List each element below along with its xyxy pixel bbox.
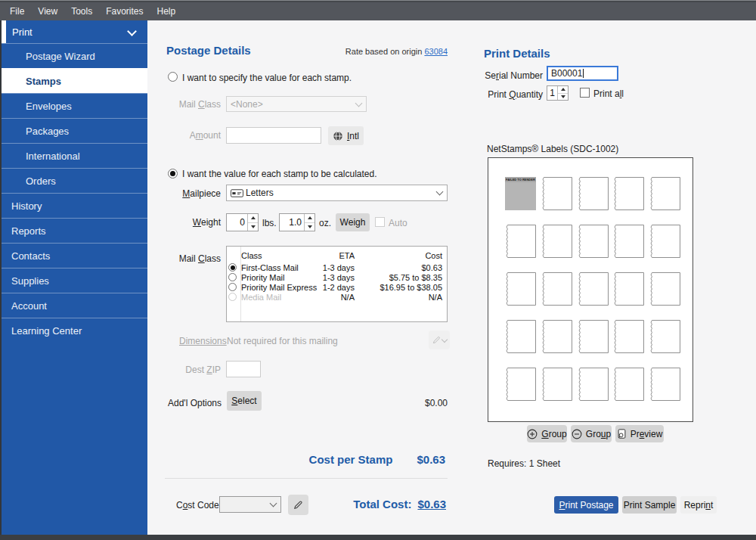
print-quantity-value[interactable]: 1 — [547, 86, 557, 100]
weight-lbs-spinner[interactable]: 0 — [226, 213, 259, 231]
intl-button[interactable]: Intl — [328, 126, 364, 145]
group-add-button[interactable]: Group — [527, 425, 567, 442]
rate-origin-link[interactable]: 63084 — [424, 47, 448, 56]
total-cost-value[interactable]: $0.63 — [417, 498, 446, 511]
specify-value-radio[interactable] — [168, 72, 178, 82]
weigh-button[interactable]: Weigh — [336, 213, 370, 231]
chevron-down-icon — [355, 99, 363, 107]
calculated-value-label[interactable]: I want the value for each stamp to be ca… — [182, 169, 376, 179]
stamp-cell[interactable] — [578, 177, 609, 210]
main-content: Postage Details Rate based on origin 630… — [147, 20, 756, 535]
mail-class-row: Media MailN/AN/A — [227, 292, 447, 302]
dest-zip-input — [226, 361, 261, 377]
chevron-down-icon — [436, 188, 444, 196]
sidebar-item-stamps[interactable]: Stamps — [2, 68, 147, 93]
cost-code-select[interactable] — [219, 496, 281, 513]
sidebar-item-learning-center[interactable]: Learning Center — [2, 318, 147, 343]
lbs-label: lbs. — [262, 218, 277, 228]
stamp-cell[interactable] — [578, 320, 609, 353]
stamp-cell[interactable] — [505, 320, 536, 353]
spinner-down-button[interactable] — [248, 223, 258, 231]
stamp-placeholder[interactable]: FAILED TO RENDER — [505, 177, 536, 210]
stamp-cell[interactable] — [578, 272, 609, 306]
stamp-cell[interactable] — [505, 225, 536, 258]
cost-code-edit-button[interactable] — [288, 495, 308, 515]
rate-origin-line: Rate based on origin 63084 — [284, 47, 448, 56]
stamp-cell[interactable] — [613, 320, 644, 353]
sidebar-item-orders[interactable]: Orders — [2, 168, 147, 193]
stamp-cell[interactable] — [613, 368, 644, 401]
stamp-cell[interactable] — [541, 272, 572, 306]
total-cost-label: Total Cost: — [353, 498, 411, 511]
stamp-cell[interactable] — [578, 225, 609, 258]
stamp-cell[interactable] — [505, 272, 536, 306]
spinner-up-button[interactable] — [305, 214, 314, 223]
spinner-down-button[interactable] — [558, 94, 568, 101]
sidebar-item-packages[interactable]: Packages — [2, 118, 147, 143]
stamp-cell[interactable] — [649, 368, 680, 401]
mail-class-row[interactable]: First-Class Mail1-3 days$0.63 — [227, 262, 447, 272]
mail-class-eta: N/A — [321, 293, 355, 302]
menu-item-tools[interactable]: Tools — [64, 6, 99, 17]
calculated-value-radio[interactable] — [168, 169, 178, 178]
auto-checkbox — [375, 217, 385, 227]
stamp-cell[interactable] — [541, 320, 572, 353]
sidebar-item-envelopes[interactable]: Envelopes — [2, 93, 147, 118]
stamp-cell[interactable] — [649, 177, 680, 210]
stamp-cell[interactable] — [613, 272, 644, 306]
mail-class-radio[interactable] — [228, 273, 237, 281]
stamp-cell[interactable] — [505, 368, 536, 401]
sidebar-item-international[interactable]: International — [2, 143, 147, 168]
mailpiece-select[interactable]: Letters — [226, 185, 448, 201]
stamp-cell[interactable] — [541, 368, 572, 401]
cost-per-stamp-label: Cost per Stamp — [309, 453, 393, 466]
specify-value-label[interactable]: I want to specify the value for each sta… — [182, 73, 352, 83]
preview-button[interactable]: Preview — [615, 425, 664, 442]
spinner-up-button[interactable] — [558, 86, 568, 94]
amount-input — [226, 127, 321, 144]
stamp-cell[interactable] — [649, 320, 680, 353]
addl-options-select-button[interactable]: Select — [227, 391, 262, 411]
mail-class-radio[interactable] — [228, 283, 237, 291]
stamp-cell[interactable] — [578, 368, 609, 401]
sidebar-item-reports[interactable]: Reports — [2, 218, 147, 243]
mail-class-eta: 1-3 days — [321, 263, 355, 272]
serial-number-input[interactable]: B00001 — [547, 66, 618, 81]
sidebar-item-account[interactable]: Account — [2, 293, 147, 318]
print-all-label[interactable]: Print all — [593, 88, 624, 99]
stamp-cell[interactable] — [613, 225, 644, 258]
print-all-checkbox[interactable] — [580, 88, 590, 98]
stamp-cell[interactable] — [541, 225, 572, 258]
sidebar-item-postage-wizard[interactable]: Postage Wizard — [2, 43, 147, 68]
weight-oz-value[interactable]: 1.0 — [280, 214, 304, 231]
print-details-title: Print Details — [484, 47, 550, 60]
mail-class-row[interactable]: Priority Mail1-3 days$5.75 to $8.35 — [227, 272, 447, 282]
menu-item-file[interactable]: File — [3, 6, 31, 17]
sidebar-item-contacts[interactable]: Contacts — [2, 243, 147, 268]
spinner-down-button[interactable] — [305, 223, 314, 231]
print-quantity-spinner[interactable]: 1 — [547, 85, 569, 101]
amount-label: Amount — [147, 130, 221, 141]
stamp-cell[interactable] — [649, 225, 680, 258]
spinner-up-button[interactable] — [248, 214, 258, 223]
weight-lbs-value[interactable]: 0 — [227, 214, 247, 231]
stamp-cell[interactable] — [613, 177, 644, 210]
print-postage-button[interactable]: Print Postage — [554, 496, 618, 514]
menu-item-favorites[interactable]: Favorites — [99, 6, 150, 17]
mail-class-radio[interactable] — [228, 263, 237, 272]
netstamps-sheet: FAILED TO RENDER — [488, 157, 693, 422]
mail-class-row[interactable]: Priority Mail Express1-2 days$16.95 to $… — [227, 282, 447, 292]
sidebar-item-history[interactable]: History — [2, 193, 147, 218]
group-remove-button[interactable]: Group — [571, 425, 612, 442]
stamp-cell[interactable] — [541, 177, 572, 210]
sidebar-item-print[interactable]: Print — [2, 20, 147, 43]
menu-item-view[interactable]: View — [31, 6, 64, 17]
sidebar-item-supplies[interactable]: Supplies — [2, 268, 147, 293]
menu-item-help[interactable]: Help — [150, 6, 183, 17]
stamp-cell[interactable] — [649, 272, 680, 306]
mail-class-cost: $0.63 — [355, 263, 442, 272]
addl-options-cost: $0.00 — [372, 398, 448, 408]
weight-oz-spinner[interactable]: 1.0 — [279, 213, 315, 231]
print-sample-button[interactable]: Print Sample — [622, 496, 677, 514]
reprint-button[interactable]: Reprint — [680, 496, 717, 514]
